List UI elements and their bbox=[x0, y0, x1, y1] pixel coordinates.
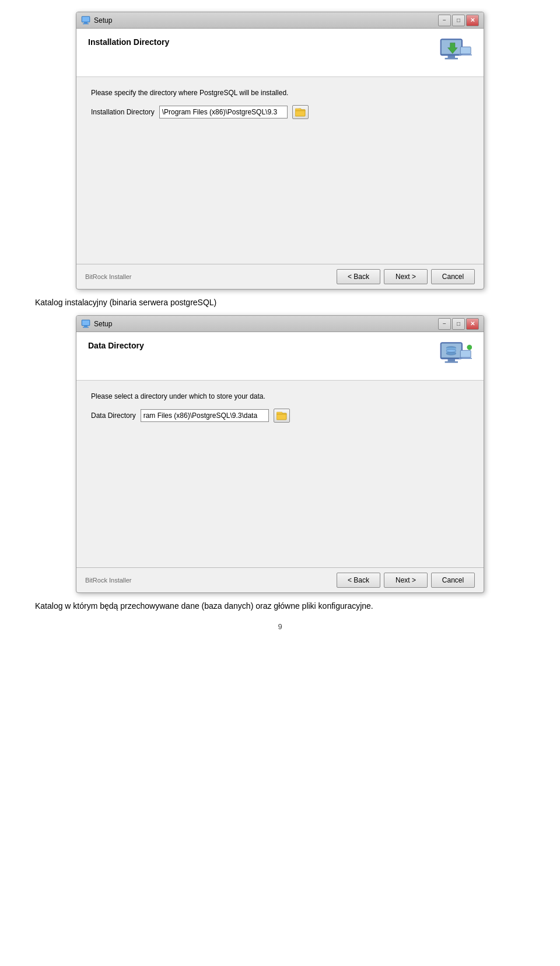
window2-description: Please select a directory under which to… bbox=[91, 392, 469, 400]
window2-brand: BitRock Installer bbox=[85, 577, 131, 584]
svg-rect-3 bbox=[83, 23, 89, 25]
window1-buttons: < Back Next > Cancel bbox=[337, 269, 475, 284]
svg-point-23 bbox=[446, 352, 456, 355]
svg-point-24 bbox=[446, 349, 456, 352]
data-directory-input[interactable] bbox=[141, 409, 269, 422]
svg-rect-8 bbox=[445, 58, 458, 59]
svg-rect-25 bbox=[448, 359, 455, 361]
restore-button-1[interactable]: □ bbox=[452, 15, 465, 26]
back-button-1[interactable]: < Back bbox=[337, 269, 380, 284]
svg-rect-1 bbox=[82, 17, 89, 22]
titlebar-left-1: Setup bbox=[81, 16, 112, 25]
window1-field-label: Installation Directory bbox=[91, 108, 155, 116]
window1-header: Installation Directory bbox=[76, 29, 484, 77]
svg-rect-28 bbox=[461, 351, 471, 357]
svg-rect-29 bbox=[459, 358, 472, 359]
window1-title: Setup bbox=[94, 16, 112, 25]
titlebar-controls-2: − □ ✕ bbox=[438, 318, 479, 330]
svg-rect-17 bbox=[84, 326, 88, 327]
next-button-1[interactable]: Next > bbox=[384, 269, 428, 284]
next-button-2[interactable]: Next > bbox=[384, 573, 428, 588]
setup-icon-2 bbox=[81, 319, 90, 329]
computer-icon-2 bbox=[438, 341, 472, 371]
svg-point-30 bbox=[467, 345, 472, 350]
titlebar-controls-1: − □ ✕ bbox=[438, 15, 479, 26]
window2-field-label: Data Directory bbox=[91, 411, 136, 420]
window1-body: Please specify the directory where Postg… bbox=[76, 77, 484, 264]
svg-rect-26 bbox=[445, 361, 458, 362]
caption-2: Katalog w którym będą przechowywane dane… bbox=[35, 601, 525, 611]
window2-field-row: Data Directory bbox=[91, 409, 469, 423]
svg-rect-2 bbox=[84, 22, 88, 23]
data-directory-window: Setup − □ ✕ Data Directory bbox=[76, 315, 484, 593]
close-button-2[interactable]: ✕ bbox=[466, 318, 479, 330]
computer-icon-1 bbox=[438, 37, 472, 68]
back-button-2[interactable]: < Back bbox=[337, 573, 380, 588]
svg-rect-33 bbox=[276, 412, 282, 414]
titlebar-1: Setup − □ ✕ bbox=[76, 12, 484, 29]
svg-rect-11 bbox=[459, 54, 472, 55]
window2-header-title: Data Directory bbox=[88, 341, 144, 350]
minimize-button-1[interactable]: − bbox=[438, 15, 451, 26]
svg-rect-7 bbox=[448, 55, 455, 58]
svg-rect-14 bbox=[295, 109, 301, 110]
installation-directory-input[interactable] bbox=[159, 106, 288, 118]
window1-field-row: Installation Directory bbox=[91, 105, 469, 119]
caption-1: Katalog instalacyjny (binaria serwera po… bbox=[35, 298, 525, 307]
window2-header-text: Data Directory bbox=[88, 341, 144, 350]
installation-directory-window: Setup − □ ✕ Installation Directory bbox=[76, 12, 484, 290]
cancel-button-2[interactable]: Cancel bbox=[431, 573, 475, 588]
page-number: 9 bbox=[18, 622, 542, 631]
setup-icon-1 bbox=[81, 16, 90, 25]
cancel-button-1[interactable]: Cancel bbox=[431, 269, 475, 284]
browse-button-2[interactable] bbox=[274, 409, 290, 423]
titlebar-left-2: Setup bbox=[81, 319, 112, 329]
svg-rect-10 bbox=[461, 47, 471, 54]
minimize-button-2[interactable]: − bbox=[438, 318, 451, 330]
folder-icon-2 bbox=[276, 411, 287, 420]
folder-icon-1 bbox=[295, 107, 306, 117]
window1-description: Please specify the directory where Postg… bbox=[91, 89, 469, 97]
window2-header: Data Directory bbox=[76, 332, 484, 381]
window2-body: Please select a directory under which to… bbox=[76, 381, 484, 567]
close-button-1[interactable]: ✕ bbox=[466, 15, 479, 26]
svg-rect-18 bbox=[83, 327, 89, 328]
window1-brand: BitRock Installer bbox=[85, 273, 131, 280]
titlebar-2: Setup − □ ✕ bbox=[76, 316, 484, 332]
window1-header-title: Installation Directory bbox=[88, 37, 169, 47]
svg-rect-16 bbox=[82, 320, 89, 325]
window2-footer: BitRock Installer < Back Next > Cancel bbox=[76, 567, 484, 592]
window1-footer: BitRock Installer < Back Next > Cancel bbox=[76, 264, 484, 289]
window2-buttons: < Back Next > Cancel bbox=[337, 573, 475, 588]
browse-button-1[interactable] bbox=[292, 105, 309, 119]
window1-header-text: Installation Directory bbox=[88, 37, 169, 47]
restore-button-2[interactable]: □ bbox=[452, 318, 465, 330]
window2-title: Setup bbox=[94, 320, 112, 328]
